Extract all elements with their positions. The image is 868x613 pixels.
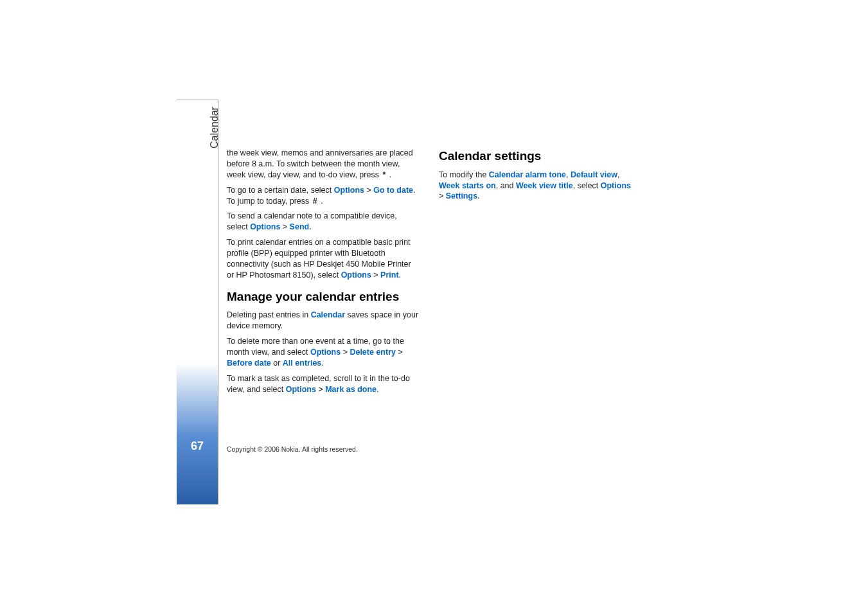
page-number: 67 (177, 440, 218, 453)
menu-path: Send (290, 222, 310, 231)
menu-path: Before date (227, 359, 271, 368)
paragraph: To print calendar entries on a compatibl… (227, 237, 420, 281)
menu-path: Options (601, 181, 631, 190)
ui-term: Default view (571, 170, 617, 179)
section-label: Calendar (209, 107, 220, 148)
menu-path: Settings (446, 191, 477, 200)
heading-calendar-settings: Calendar settings (439, 148, 632, 164)
paragraph: Deleting past entries in Calendar saves … (227, 310, 420, 332)
paragraph: To modify the Calendar alarm tone, Defau… (439, 170, 632, 202)
ui-term: Week starts on (439, 181, 496, 190)
paragraph: To send a calendar note to a compatible … (227, 211, 420, 233)
key-hash-icon: # (312, 196, 319, 207)
menu-path: Options (310, 348, 341, 357)
menu-path: Go to date (373, 186, 413, 195)
content-area: the week view, memos and anniversaries a… (227, 148, 677, 399)
paragraph: To go to a certain date, select Options … (227, 185, 420, 207)
sidebar: Calendar 67 (177, 100, 218, 504)
paragraph: To delete more than one event at a time,… (227, 336, 420, 369)
key-star-icon: * (381, 170, 387, 181)
menu-path: Options (250, 222, 280, 231)
manual-page: Calendar 67 the week view, memos and ann… (177, 100, 678, 504)
copyright-text: Copyright © 2006 Nokia. All rights reser… (227, 445, 358, 453)
paragraph: the week view, memos and anniversaries a… (227, 148, 420, 181)
ui-term: Calendar (311, 310, 346, 319)
paragraph: To mark a task as completed, scroll to i… (227, 373, 420, 395)
menu-path: Delete entry (350, 348, 396, 357)
menu-path: All entries (283, 359, 321, 368)
menu-path: Options (341, 271, 371, 280)
menu-path: Options (286, 385, 316, 394)
menu-path: Print (380, 271, 398, 280)
menu-path: Mark as done (325, 385, 376, 394)
ui-term: Week view title (516, 181, 573, 190)
heading-manage-entries: Manage your calendar entries (227, 289, 420, 305)
column-right: Calendar settings To modify the Calendar… (439, 148, 632, 399)
column-left: the week view, memos and anniversaries a… (227, 148, 420, 399)
menu-path: Options (334, 186, 364, 195)
ui-term: Calendar alarm tone (489, 170, 566, 179)
